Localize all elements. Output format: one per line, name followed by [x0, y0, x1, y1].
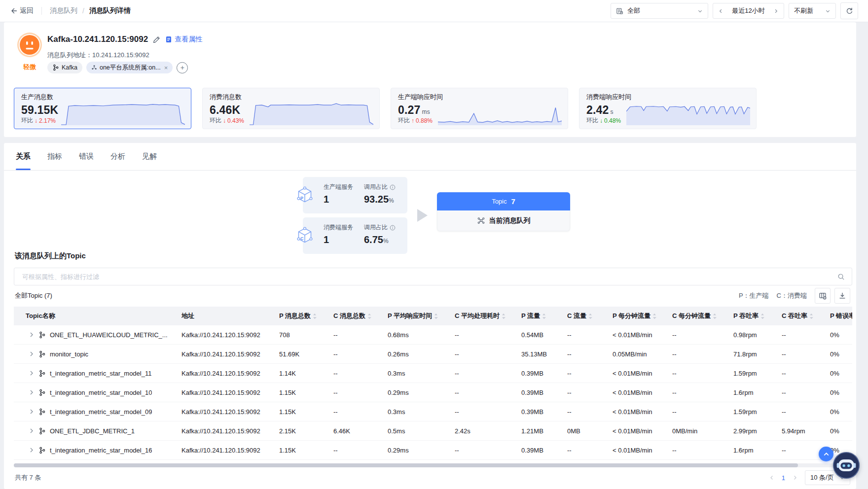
column-header[interactable]: C 平均处理耗时: [455, 312, 521, 320]
table-row-5[interactable]: t_integration_metric_star_model_09Kafka:…: [14, 402, 852, 421]
trend-label: 环比: [210, 116, 221, 125]
column-header[interactable]: P 平均响应时间: [388, 312, 455, 320]
tab-5[interactable]: 见解: [142, 143, 157, 170]
column-settings-button[interactable]: [815, 288, 831, 304]
column-header[interactable]: P 消息总数: [279, 312, 333, 320]
table-row-7[interactable]: t_integration_metric_star_model_16Kafka:…: [14, 441, 852, 460]
data-cell: Kafka://10.241.120.15:9092: [181, 408, 279, 416]
back-arrow-icon: [10, 7, 17, 14]
scope-select[interactable]: 全部: [611, 3, 708, 19]
view-properties-link[interactable]: 查看属性: [165, 35, 202, 44]
sort-icon[interactable]: [713, 313, 717, 319]
consumer-node[interactable]: C 消费端服务 1 调用占比 6.75%: [303, 217, 407, 254]
expand-row-icon[interactable]: [29, 389, 35, 395]
page-prev-icon[interactable]: [769, 475, 775, 481]
data-cell: 1.59rpm: [733, 408, 782, 416]
column-header[interactable]: P 流量: [521, 312, 567, 320]
page-next-icon[interactable]: [792, 475, 798, 481]
tab-4[interactable]: 分析: [110, 143, 125, 170]
sparkline-chart: [626, 100, 750, 125]
back-to-top-button[interactable]: [819, 447, 833, 461]
sort-icon[interactable]: [367, 313, 371, 319]
chevron-left-icon[interactable]: [718, 8, 723, 14]
expand-row-icon[interactable]: [29, 351, 35, 357]
data-cell: 1.59rpm: [733, 370, 782, 377]
tab-1[interactable]: 关系: [16, 143, 31, 170]
topic-name[interactable]: ONE_ETL_HUAWEICLOUD_METRIC_...: [50, 331, 168, 339]
sort-icon[interactable]: [809, 313, 813, 319]
topic-name[interactable]: t_integration_metric_star_model_16: [50, 447, 152, 454]
data-cell: 0.26ms: [388, 350, 455, 358]
tab-2[interactable]: 指标: [47, 143, 62, 170]
sparkline-chart: [438, 100, 562, 125]
topic-name[interactable]: t_integration_metric_star_model_10: [50, 389, 152, 396]
column-header[interactable]: C 消息总数: [333, 312, 388, 320]
expand-row-icon[interactable]: [29, 428, 35, 434]
data-cell: 0.54MB: [521, 331, 567, 339]
topic-filter-input[interactable]: [21, 273, 837, 281]
sort-icon[interactable]: [502, 313, 506, 319]
refresh-button[interactable]: [840, 2, 858, 19]
topic-name[interactable]: t_integration_metric_star_model_11: [50, 370, 151, 377]
topic-name[interactable]: monitor_topic: [50, 350, 88, 358]
back-button[interactable]: 返回: [10, 6, 34, 15]
topic-node[interactable]: Topic 7 当前消息队列: [437, 192, 570, 231]
tag-label: one平台系统所属:on...: [100, 64, 161, 72]
breadcrumb-parent[interactable]: 消息队列: [50, 6, 77, 15]
expand-row-icon[interactable]: [29, 370, 35, 376]
column-header[interactable]: P 错误率: [830, 312, 852, 320]
topic-name[interactable]: ONE_ETL_JDBC_METRIC_1: [50, 427, 135, 435]
tag-close-icon[interactable]: ×: [164, 64, 168, 71]
expand-row-icon[interactable]: [29, 447, 35, 453]
data-cell: Kafka://10.241.120.15:9092: [181, 389, 279, 396]
info-icon[interactable]: [390, 184, 396, 190]
search-icon[interactable]: [837, 273, 845, 280]
table-row-6[interactable]: ONE_ETL_JDBC_METRIC_1Kafka://10.241.120.…: [14, 421, 852, 441]
sort-icon[interactable]: [760, 313, 764, 319]
data-cell: Kafka://10.241.120.15:9092: [181, 331, 279, 339]
expand-row-icon[interactable]: [29, 409, 35, 415]
horizontal-scrollbar-thumb[interactable]: [14, 463, 798, 467]
column-header[interactable]: C 每分钟流量: [672, 312, 733, 320]
download-button[interactable]: [834, 288, 850, 304]
column-header[interactable]: C 吞吐率: [782, 312, 830, 320]
data-cell: 6.46K: [333, 427, 388, 435]
column-header[interactable]: C 流量: [567, 312, 613, 320]
data-cell: 2.99rpm: [733, 427, 782, 435]
metric-card-4[interactable]: 消费端响应时间2.42s环比↓0.48%: [579, 88, 757, 129]
edit-icon[interactable]: [153, 36, 160, 43]
producer-node[interactable]: P 生产端服务 1 调用占比 93.25%: [303, 177, 407, 213]
sort-icon[interactable]: [542, 313, 546, 319]
table-row-1[interactable]: ONE_ETL_HUAWEICLOUD_METRIC_...Kafka://10…: [14, 325, 852, 345]
topic-section-title: 该消息队列上的Topic: [15, 251, 86, 261]
data-cell: 51.69K: [279, 350, 333, 358]
tag-kafka[interactable]: Kafka: [47, 62, 82, 73]
sort-icon[interactable]: [652, 313, 656, 319]
metric-card-3[interactable]: 生产端响应时间0.27ms环比↑0.88%: [391, 88, 568, 129]
metric-card-1[interactable]: 生产消息数59.15K环比↓2.17%: [14, 88, 191, 129]
table-row-3[interactable]: t_integration_metric_star_model_11Kafka:…: [14, 364, 852, 383]
sort-icon[interactable]: [588, 313, 592, 319]
tab-3[interactable]: 错误: [79, 143, 94, 170]
add-tag-button[interactable]: +: [177, 62, 188, 73]
table-row-2[interactable]: monitor_topicKafka://10.241.120.15:90925…: [14, 345, 852, 364]
page-number[interactable]: 1: [782, 474, 785, 482]
data-cell: 1.21MB: [521, 427, 567, 435]
column-header[interactable]: P 吞吐率: [733, 312, 782, 320]
time-range-picker[interactable]: 最近12小时: [713, 3, 784, 19]
trend-value: 2.17%: [39, 117, 56, 124]
topic-name[interactable]: t_integration_metric_star_model_09: [50, 408, 152, 416]
chevron-right-icon[interactable]: [773, 8, 779, 14]
assistant-robot-avatar[interactable]: [832, 451, 861, 480]
sort-icon[interactable]: [434, 313, 438, 319]
column-header[interactable]: P 每分钟流量: [613, 312, 672, 320]
metric-card-2[interactable]: 消费消息数6.46K环比↓0.43%: [202, 88, 380, 129]
data-cell: 1.15K: [279, 408, 333, 416]
table-row-4[interactable]: t_integration_metric_star_model_10Kafka:…: [14, 383, 852, 402]
tag-system[interactable]: one平台系统所属:on... ×: [86, 62, 173, 73]
sort-icon[interactable]: [313, 313, 317, 319]
refresh-mode-select[interactable]: 不刷新: [789, 3, 836, 19]
expand-row-icon[interactable]: [29, 332, 35, 338]
topic-filter: [14, 268, 852, 285]
info-icon[interactable]: [390, 225, 396, 231]
